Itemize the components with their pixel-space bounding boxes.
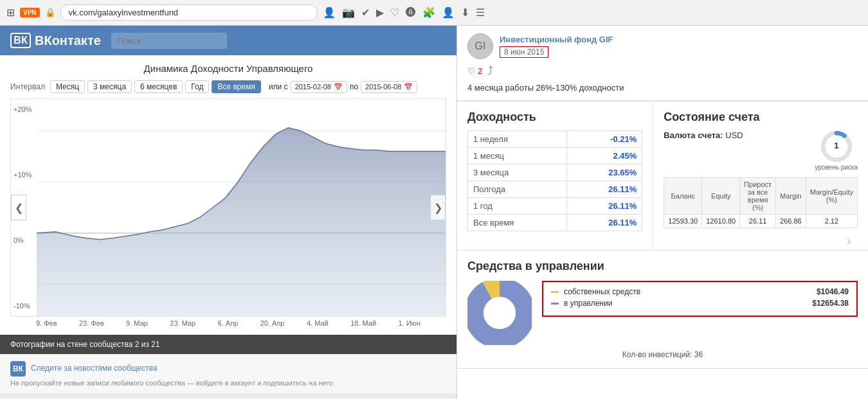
own-funds-value: $1046.49 — [817, 287, 849, 296]
chart-area: +20% +10% 0% -10% — [10, 98, 446, 317]
date-to-input[interactable]: 2015-06-08 📅 — [361, 81, 417, 93]
funds-panel: Средства в управлении — [457, 251, 868, 369]
account-header-4: Margin/Equity (%) — [806, 178, 857, 215]
vk-search-input[interactable] — [111, 33, 227, 49]
like-button[interactable]: ♡ 2 — [467, 66, 482, 76]
yield-table: 1 неделя -0.21% 1 месяц 2.45% 3 месяца 2… — [467, 130, 642, 231]
browser-toolbar: 👤 📷 ✔ ▶ ♡ 🅐 🧩 👤 ⬇ ☰ — [323, 6, 485, 19]
x-label-2: 9. Мар — [126, 319, 148, 327]
extension-icon: 🧩 — [422, 6, 435, 19]
chart-nav-right[interactable]: ❯ — [430, 195, 446, 220]
yield-period-4: 1 год — [468, 198, 567, 215]
community-notice-text: Не пропускайте новые записи любимого соо… — [10, 379, 446, 387]
y-label-neg10: -10% — [14, 302, 34, 310]
post-card: GI Инвестиционный фонд GIF 8 июн 2015 ♡ … — [457, 26, 868, 101]
table-row: 1 год 26.11% — [468, 198, 642, 215]
main-area: ВК ВКонтакте Динамика Доходности Управля… — [0, 26, 868, 399]
own-funds-label: собственных средств — [564, 287, 640, 296]
own-funds-dot — [551, 291, 559, 293]
table-row: 1 неделя -0.21% — [468, 131, 642, 148]
share-button[interactable]: ⤴ — [487, 64, 493, 78]
chart-title: Динамика Доходности Управляющего — [10, 63, 446, 74]
chart-nav-left[interactable]: ❮ — [11, 195, 26, 220]
x-label-8: 1. Июн — [398, 319, 420, 327]
x-label-3: 23. Мар — [170, 319, 195, 327]
own-funds-item: собственных средств $1046.49 — [551, 287, 849, 296]
pie-chart — [467, 281, 532, 345]
post-author[interactable]: Инвестиционный фонд GIF — [500, 35, 613, 44]
x-label-6: 4. Май — [307, 319, 329, 327]
follow-link[interactable]: Следите за новостями сообщества — [31, 364, 157, 373]
yield-value-0: -0.21% — [567, 131, 642, 148]
vk-logo-icon: ВК — [10, 33, 31, 48]
interval-month-btn[interactable]: Месяц — [50, 80, 85, 93]
menu-icon: ☰ — [476, 6, 485, 19]
post-actions: ♡ 2 ⤴ — [467, 64, 858, 78]
balance-cell: 12593.30 — [664, 215, 702, 228]
yield-period-2: 3 месяца — [468, 164, 567, 181]
vk-logo-text: ВКонтакте — [35, 33, 101, 48]
interval-all-btn[interactable]: Все время — [212, 80, 260, 93]
account-header-1: Equity — [702, 178, 740, 215]
date-range: или с 2015-02-08 📅 по 2015-06-08 📅 — [269, 81, 417, 93]
growth-cell: 26.11 — [740, 215, 776, 228]
interval-year-btn[interactable]: Год — [185, 80, 209, 93]
managed-funds-label: в управлении — [564, 299, 612, 308]
x-label-7: 18. Май — [350, 319, 376, 327]
yield-value-3: 26.11% — [567, 181, 642, 198]
x-label-0: 9. Фев — [36, 319, 57, 327]
interval-label: Интервал — [10, 82, 45, 91]
camera-icon: 📷 — [342, 6, 355, 19]
yield-panel: Доходность 1 неделя -0.21% 1 месяц 2.45%… — [457, 102, 653, 251]
y-label-20: +20% — [14, 105, 34, 113]
margin-cell: 266.86 — [776, 215, 806, 228]
account-header-3: Margin — [776, 178, 806, 215]
chart-container: Динамика Доходности Управляющего Интерва… — [0, 55, 457, 335]
yield-value-5: 26.11% — [567, 215, 642, 231]
funds-title: Средства в управлении — [467, 260, 858, 273]
yield-value-1: 2.45% — [567, 148, 642, 164]
table-row: Все время 26.11% — [468, 215, 642, 231]
funds-count: Кол-во инвестиций: 36 — [467, 350, 858, 359]
y-label-0: 0% — [14, 236, 34, 244]
interval-6month-btn[interactable]: 6 месяцев — [134, 80, 183, 93]
right-nav-arrow[interactable]: › — [846, 232, 851, 250]
yield-value-2: 23.65% — [567, 164, 642, 181]
account-header-0: Баланс — [664, 178, 702, 215]
date-from-label: или с — [269, 82, 288, 91]
account-row: 12593.30 12610.80 26.11 266.86 2.12 — [664, 215, 858, 228]
photo-bar-text: Фотографии на стене сообщества — [10, 340, 132, 349]
url-bar[interactable]: vk.com/galaxyinvestmentfund — [60, 4, 318, 21]
svg-text:1: 1 — [834, 141, 839, 150]
post-text: 4 месяца работы 26%-130% доходности — [467, 83, 858, 93]
svg-point-10 — [484, 297, 516, 329]
check-icon: ✔ — [361, 6, 370, 19]
chart-svg — [37, 99, 446, 316]
play-icon: ▶ — [376, 6, 384, 19]
interval-3month-btn[interactable]: 3 месяца — [87, 80, 132, 93]
yield-period-3: Полгода — [468, 181, 567, 198]
date-from-input[interactable]: 2015-02-08 📅 — [291, 81, 347, 93]
x-label-5: 20. Апр — [260, 319, 285, 327]
translate-icon: 🅐 — [406, 7, 416, 19]
profile-icon: 👤 — [323, 6, 336, 19]
yield-title: Доходность — [467, 111, 642, 124]
heart-icon: ♡ — [390, 6, 399, 19]
interval-bar: Интервал Месяц 3 месяца 6 месяцев Год Вс… — [10, 80, 446, 93]
grid-icon: ⊞ — [6, 6, 15, 19]
date-to-label: по — [350, 82, 358, 91]
risk-label: уровень риска — [815, 164, 858, 171]
account-icon: 👤 — [442, 6, 455, 19]
vpn-badge: VPN — [20, 8, 40, 17]
yield-value-4: 26.11% — [567, 198, 642, 215]
vk-small-icon: ВК — [10, 361, 26, 377]
managed-funds-value: $12654.38 — [812, 299, 849, 308]
community-notice: ВК Следите за новостями сообщества Не пр… — [0, 354, 457, 393]
account-currency: Валюта счета: USD — [664, 130, 743, 140]
yield-period-0: 1 неделя — [468, 131, 567, 148]
yield-period-1: 1 месяц — [468, 148, 567, 164]
table-row: 1 месяц 2.45% — [468, 148, 642, 164]
table-row: 3 месяца 23.65% — [468, 164, 642, 181]
vk-logo: ВК ВКонтакте — [10, 33, 101, 48]
margin-equity-cell: 2.12 — [806, 215, 857, 228]
